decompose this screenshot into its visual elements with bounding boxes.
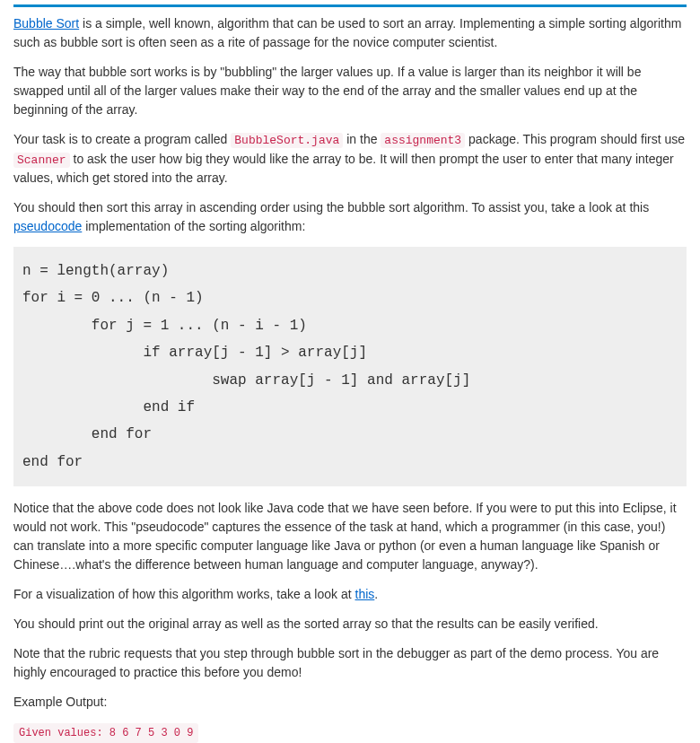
notice-paragraph: Notice that the above code does not look… xyxy=(13,499,687,574)
code-assignment3: assignment3 xyxy=(381,133,465,148)
code-bubblesort-java: BubbleSort.java xyxy=(231,133,343,148)
intro-text: is a simple, well known, algorithm that … xyxy=(13,16,681,49)
print-instruction-paragraph: You should print out the original array … xyxy=(13,615,687,634)
code-scanner: Scanner xyxy=(13,153,70,168)
intro-paragraph: Bubble Sort is a simple, well known, alg… xyxy=(13,14,687,52)
how-it-works-paragraph: The way that bubble sort works is by "bu… xyxy=(13,63,687,119)
visualization-paragraph: For a visualization of how this algorith… xyxy=(13,585,687,604)
task-text-2: in the xyxy=(343,132,381,146)
pseudocode-link[interactable]: pseudocode xyxy=(13,219,82,233)
output-given-values: Given values: 8 6 7 5 3 0 9 xyxy=(13,723,198,743)
sort-instruction-paragraph: You should then sort this array in ascen… xyxy=(13,198,687,236)
this-link[interactable]: this xyxy=(355,587,375,601)
viz-text-2: . xyxy=(374,587,378,601)
sort-text-2: implementation of the sorting algorithm: xyxy=(82,219,305,233)
sort-text-1: You should then sort this array in ascen… xyxy=(13,200,649,214)
task-text-4: to ask the user how big they would like … xyxy=(13,152,674,186)
output-given-block: Given values: 8 6 7 5 3 0 9 xyxy=(13,722,687,743)
pseudocode-block: n = length(array) for i = 0 ... (n - 1) … xyxy=(13,247,687,486)
viz-text-1: For a visualization of how this algorith… xyxy=(13,587,355,601)
top-accent-border xyxy=(13,4,687,7)
example-output-label: Example Output: xyxy=(13,693,687,712)
task-paragraph: Your task is to create a program called … xyxy=(13,130,687,188)
task-text-3: package. This program should first use xyxy=(465,132,685,146)
bubble-sort-link[interactable]: Bubble Sort xyxy=(13,16,79,31)
rubric-note-paragraph: Note that the rubric requests that you s… xyxy=(13,644,687,682)
task-text-1: Your task is to create a program called xyxy=(13,132,231,146)
